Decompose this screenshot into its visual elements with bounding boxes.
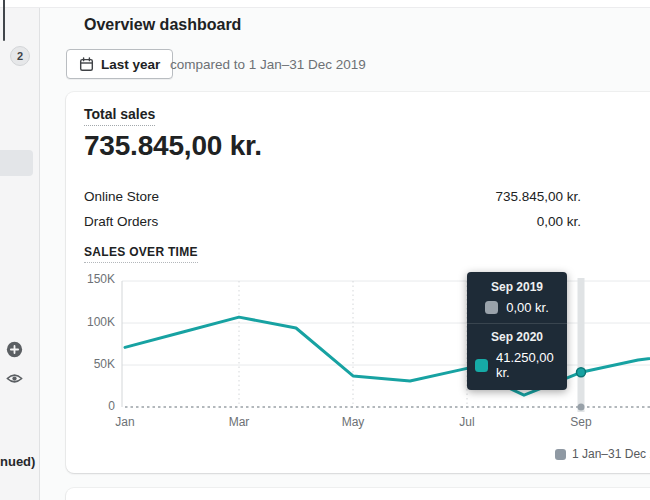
hover-dot-previous [578, 404, 585, 411]
top-bar [0, 0, 650, 8]
metric-value: 735.845,00 kr. [495, 189, 581, 204]
tooltip-swatch-previous [485, 301, 498, 314]
h-gridlines [122, 281, 650, 365]
chart-tooltip: Sep 2019 0,00 kr. Sep 2020 41.250,00 kr. [467, 272, 567, 390]
tooltip-period: Sep 2019 [475, 280, 559, 294]
x-axis-tick: May [333, 415, 373, 429]
date-range-button[interactable]: Last year [66, 49, 173, 79]
total-sales-value: 735.845,00 kr. [84, 130, 262, 162]
table-row: Online Store 735.845,00 kr. [84, 184, 581, 209]
next-card-partial [66, 488, 650, 500]
tooltip-value: 41.250,00 kr. [496, 350, 559, 380]
metric-value: 0,00 kr. [537, 214, 581, 229]
total-sales-link[interactable]: Total sales [84, 106, 155, 126]
step-badge: 2 [10, 46, 30, 66]
x-axis-tick: Sep [561, 415, 601, 429]
tooltip-period: Sep 2020 [475, 330, 559, 344]
metric-label: Online Store [84, 189, 159, 204]
sales-line [125, 317, 650, 395]
add-circle-icon[interactable] [6, 341, 23, 358]
truncated-caption: nued) [0, 454, 35, 469]
table-row: Draft Orders 0,00 kr. [84, 209, 581, 234]
tooltip-value: 0,00 kr. [506, 300, 549, 315]
sidebar-item-selected[interactable] [0, 150, 33, 176]
total-sales-card: Total sales 735.845,00 kr. Online Store … [66, 92, 650, 473]
legend-swatch [555, 449, 566, 460]
metric-label: Draft Orders [84, 214, 158, 229]
calendar-icon [79, 57, 94, 72]
tooltip-section-previous: Sep 2019 0,00 kr. [467, 274, 567, 323]
overlay-edge-line [3, 0, 5, 41]
chart-heading: SALES OVER TIME [84, 245, 198, 263]
legend-label: 1 Jan–31 Dec 2019 [572, 447, 650, 461]
hover-dot-current [577, 368, 586, 377]
hover-band [578, 278, 585, 412]
date-range-label: Last year [101, 57, 160, 72]
x-axis-tick: Jul [447, 415, 487, 429]
eye-icon[interactable] [6, 370, 23, 387]
page-title: Overview dashboard [84, 16, 241, 34]
sidebar: 2 nued) [0, 8, 40, 500]
metric-breakdown: Online Store 735.845,00 kr. Draft Orders… [84, 184, 581, 234]
tooltip-section-current: Sep 2020 41.250,00 kr. [467, 323, 567, 388]
compare-range-text: compared to 1 Jan–31 Dec 2019 [170, 57, 366, 72]
v-gridlines [239, 281, 467, 407]
chart-legend: 1 Jan–31 Dec 2019 [555, 447, 650, 461]
x-axis-tick: Jan [105, 415, 145, 429]
x-axis-tick: Mar [219, 415, 259, 429]
tooltip-swatch-current [475, 359, 488, 372]
